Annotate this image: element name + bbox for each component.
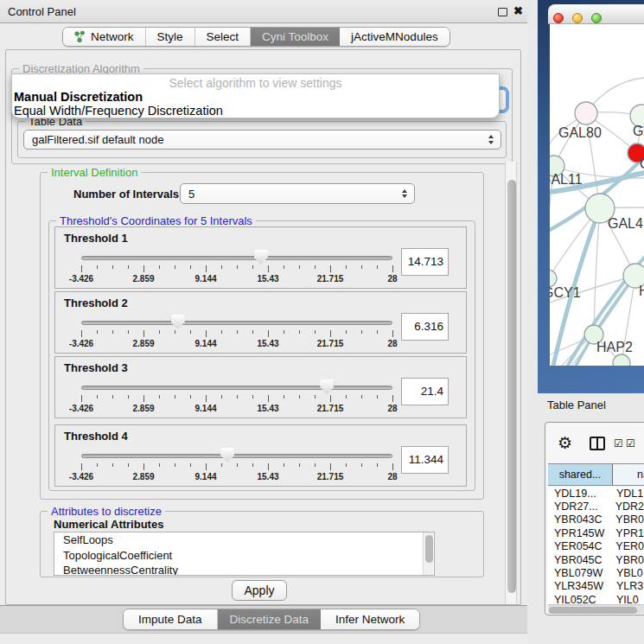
node-label: GAL4: [608, 216, 643, 231]
node-label: C: [640, 156, 644, 171]
threshold-2-slider-thumb[interactable]: [171, 315, 185, 329]
checkbox-icon[interactable]: ☑: [614, 437, 623, 450]
threshold-2-slider-track[interactable]: [81, 321, 392, 325]
panel-scrollbar-thumb[interactable]: [507, 180, 516, 593]
node-label: HAP2: [596, 340, 633, 354]
table-panel-title: Table Panel: [547, 399, 606, 411]
apply-button[interactable]: Apply: [232, 580, 287, 601]
slider-ticks: [81, 330, 392, 338]
combo-stepper-icon: [398, 189, 411, 199]
threshold-2-value-field[interactable]: 6.316: [401, 313, 449, 341]
table-row[interactable]: YPR145WYPR1: [548, 526, 644, 539]
tab-impute-data[interactable]: Impute Data: [124, 609, 218, 629]
tab-jactivemnodules[interactable]: jActiveMNodules: [340, 28, 450, 46]
tab-infer-network[interactable]: Infer Network: [321, 609, 419, 629]
node-gcy1[interactable]: [550, 270, 557, 287]
checkbox-icon[interactable]: ☑: [626, 437, 635, 450]
control-panel-window: Control Panel ✖ Network Style Select Cyn…: [0, 0, 527, 644]
number-of-intervals-combo[interactable]: 5: [180, 183, 415, 204]
zoom-traffic-light[interactable]: [591, 13, 602, 23]
slider-ticks: [81, 463, 392, 471]
list-item[interactable]: BetweennessCentrality: [54, 563, 434, 576]
threshold-4-box: Threshold 4 -3.426 2.859 9.144 15.43 21.…: [54, 424, 467, 487]
threshold-1-slider-track[interactable]: [81, 256, 392, 260]
list-item[interactable]: TopologicalCoefficient: [54, 548, 434, 564]
gear-icon[interactable]: ⚙: [558, 433, 572, 453]
column-header-name[interactable]: na: [613, 464, 644, 485]
popup-option-manual-discretization[interactable]: Manual Discretization: [14, 90, 143, 104]
threshold-4-slider-thumb[interactable]: [220, 448, 234, 462]
threshold-4-slider-track[interactable]: [81, 454, 392, 458]
node-label: GCY1: [550, 285, 581, 300]
tab-network[interactable]: Network: [63, 28, 146, 46]
threshold-2-box: Threshold 2 -3.426 2.859 9.144 15.43 21.…: [54, 291, 467, 354]
network-graph: GAL80 GA C GAL11 GAL4 GCY1 H HAP2: [550, 24, 644, 366]
close-icon[interactable]: ✖: [513, 4, 523, 17]
list-item[interactable]: SelfLoops: [54, 532, 434, 548]
panel-scrollbar[interactable]: [505, 162, 517, 603]
table-header-row: shared... na: [548, 463, 644, 486]
bottom-tabstrip: Impute Data Discretize Data Infer Networ…: [123, 609, 420, 630]
table-horizontal-scrollbar[interactable]: [548, 604, 644, 614]
node-gal80[interactable]: [575, 102, 597, 124]
number-of-intervals-label: Number of Intervals: [73, 188, 179, 201]
control-panel-titlebar: Control Panel ✖: [0, 0, 527, 23]
float-window-icon[interactable]: [498, 8, 507, 16]
table-row[interactable]: YBR045CYBR0: [548, 553, 644, 566]
threshold-1-slider-thumb[interactable]: [254, 250, 268, 265]
thresholds-title: Threshold's Coordinates for 5 Intervals: [56, 214, 256, 227]
numerical-attributes-list[interactable]: SelfLoops TopologicalCoefficient Between…: [54, 532, 435, 576]
attributes-title: Attributes to discretize: [48, 505, 165, 518]
table-row[interactable]: YIL052CYIL0: [548, 593, 644, 604]
interval-definition-title: Interval Definition: [48, 166, 141, 179]
combo-stepper-icon: [484, 135, 498, 144]
threshold-3-slider-thumb[interactable]: [320, 379, 334, 394]
slider-ticks: [81, 395, 392, 403]
node-label: GAL11: [550, 172, 583, 187]
close-traffic-light[interactable]: [553, 13, 564, 23]
table-data-combo[interactable]: galFiltered.sif default node: [23, 130, 501, 150]
table-row[interactable]: YDL19...YDL1: [548, 487, 644, 500]
table-body[interactable]: YDL19...YDL1 YDR27...YDR2 YBR043CYBR0 YP…: [548, 487, 644, 604]
threshold-3-value-field[interactable]: 21.4: [401, 378, 449, 405]
split-columns-icon[interactable]: [590, 437, 605, 450]
tab-style[interactable]: Style: [146, 28, 195, 46]
table-row[interactable]: YLR345WYLR3: [548, 580, 644, 593]
node-label: GAL80: [558, 125, 602, 140]
network-window-titlebar[interactable]: [548, 4, 644, 24]
minimize-traffic-light[interactable]: [572, 13, 583, 23]
tab-discretize-data[interactable]: Discretize Data: [218, 609, 322, 629]
top-tabstrip: Network Style Select Cyni Toolbox jActiv…: [62, 27, 450, 47]
popup-option-equal-width[interactable]: Equal Width/Frequency Discretization: [14, 104, 223, 118]
threshold-3-slider-track[interactable]: [81, 386, 392, 390]
node-label: GA: [633, 124, 644, 138]
threshold-4-value-field[interactable]: 11.344: [401, 446, 449, 474]
threshold-1-value-field[interactable]: 14.713: [401, 248, 449, 276]
popup-placeholder: Select algorithm to view settings: [12, 76, 499, 90]
node-label: H: [639, 284, 644, 298]
network-icon: [74, 31, 86, 42]
attributes-scrollbar[interactable]: [423, 532, 433, 575]
numerical-attributes-label: Numerical Attributes: [54, 518, 163, 531]
threshold-1-box: Threshold 1 -3.426 2.859 9.144 15.43 21.…: [54, 226, 467, 289]
table-row[interactable]: YBR043CYBR0: [548, 513, 644, 526]
algorithm-dropdown-popup: Select algorithm to view settings Manual…: [11, 73, 500, 118]
tab-select[interactable]: Select: [195, 28, 252, 46]
table-hscrollbar-thumb[interactable]: [549, 607, 637, 614]
table-row[interactable]: YBL079WYBL0: [548, 566, 644, 579]
panel-title: Control Panel: [8, 5, 76, 18]
threshold-3-box: Threshold 3 -3.426 2.859 9.144 15.43 21.…: [54, 356, 467, 418]
table-row[interactable]: YDR27...YDR2: [548, 500, 644, 513]
column-header-shared-name[interactable]: shared...: [548, 464, 613, 485]
network-canvas[interactable]: GAL80 GA C GAL11 GAL4 GCY1 H HAP2: [550, 24, 644, 366]
slider-ticks: [81, 265, 392, 273]
table-row[interactable]: YER054CYER0: [548, 540, 644, 553]
tab-cyni-toolbox[interactable]: Cyni Toolbox: [251, 28, 340, 46]
